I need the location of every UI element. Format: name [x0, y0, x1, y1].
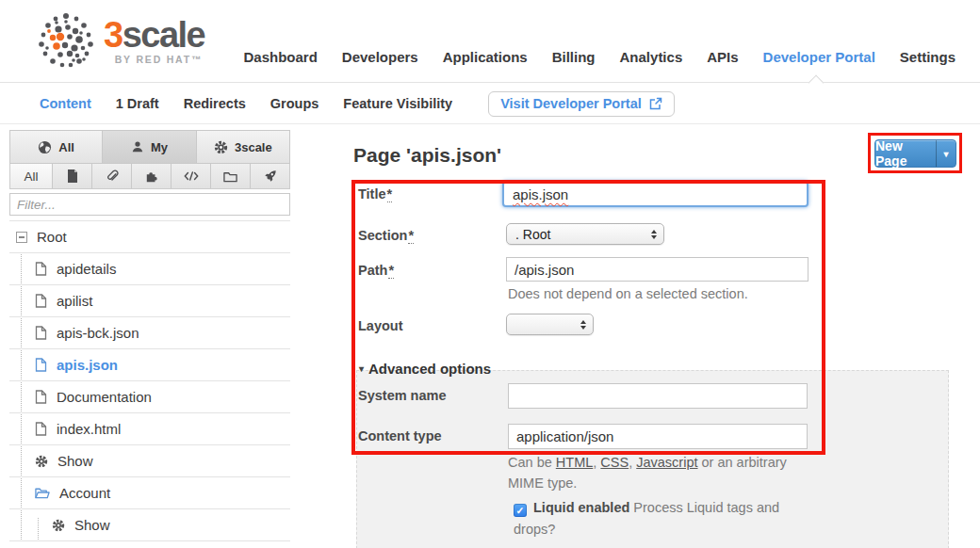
file-icon [35, 326, 47, 340]
tree-item-documentation[interactable]: Documentation [9, 381, 290, 413]
tree-item-account[interactable]: Account [9, 477, 290, 509]
scope-tab-3scale-label: 3scale [235, 140, 272, 154]
subnav-feature-visibility[interactable]: Feature Visibility [343, 96, 452, 111]
new-page-button[interactable]: New Page ▾ [874, 139, 956, 168]
system-name-input[interactable] [508, 383, 808, 409]
nav-apis[interactable]: APIs [707, 49, 738, 65]
tree-item-label: apis.json [57, 357, 118, 373]
tree-item-index-html[interactable]: index.html [9, 413, 290, 445]
3scale-admin-screen: 3scale BY RED HAT™ Dashboard Developers … [0, 0, 980, 548]
visit-developer-portal-label: Visit Developer Portal [500, 96, 642, 111]
tree-item-apidetails[interactable]: apidetails [9, 253, 290, 285]
required-mark: * [408, 228, 414, 244]
visit-developer-portal-button[interactable]: Visit Developer Portal [488, 91, 675, 117]
type-tab-portlets[interactable] [251, 164, 289, 188]
content-type-input[interactable] [508, 424, 808, 449]
javascript-link[interactable]: Javascript [636, 455, 697, 470]
tree-item-apis-bck-json[interactable]: apis-bck.json [9, 317, 290, 349]
3scale-logo[interactable]: 3scale BY RED HAT™ [32, 7, 204, 74]
triangle-down-icon: ▾ [359, 363, 364, 374]
user-icon [131, 140, 144, 153]
css-link[interactable]: CSS [600, 455, 629, 470]
nav-settings[interactable]: Settings [900, 49, 956, 65]
nav-dashboard[interactable]: Dashboard [243, 49, 317, 65]
required-mark: * [388, 263, 394, 279]
tree-item-apis-json-selected[interactable]: apis.json [9, 349, 290, 381]
rocket-icon [264, 169, 277, 183]
header: 3scale BY RED HAT™ Dashboard Developers … [0, 0, 980, 83]
page-title: Page 'apis.json' [353, 144, 501, 167]
puzzle-icon [145, 170, 158, 183]
tree-item-label: Show [74, 517, 110, 533]
system-name-label: System name [358, 388, 447, 403]
tree-item-root[interactable]: Root [9, 221, 290, 253]
tree-item-label: Show [57, 453, 93, 469]
scope-tab-all-label: All [58, 140, 74, 154]
collapse-minus-icon[interactable] [16, 232, 27, 243]
nav-analytics[interactable]: Analytics [620, 49, 683, 65]
type-tab-all[interactable]: All [10, 164, 53, 188]
nav-developers[interactable]: Developers [342, 49, 418, 65]
type-tab-pages[interactable] [53, 164, 92, 188]
title-input[interactable]: apis.json [502, 181, 808, 207]
section-label: Section* [358, 228, 414, 243]
tree-item-account-show[interactable]: Show [9, 509, 290, 541]
layout-select[interactable] [506, 314, 594, 335]
file-icon [67, 169, 78, 183]
check-icon: ✓ [516, 505, 525, 516]
type-tab-partials[interactable] [132, 164, 172, 188]
file-icon [35, 262, 47, 276]
filter-input[interactable] [9, 193, 290, 216]
code-icon [184, 170, 199, 182]
paperclip-icon [106, 169, 119, 183]
select-stepper-icon [651, 230, 657, 239]
subnav-drafts[interactable]: 1 Draft [116, 96, 159, 111]
gear-icon [52, 519, 65, 532]
advanced-options-toggle[interactable]: ▾ Advanced options [359, 361, 491, 377]
section-select[interactable]: . Root [506, 223, 664, 245]
tree-item-label: apilist [57, 293, 92, 309]
file-icon [35, 422, 47, 436]
html-link[interactable]: HTML [556, 455, 593, 470]
liquid-enabled-checkbox[interactable]: ✓ [514, 504, 527, 517]
caret-down-icon: ▾ [943, 149, 948, 159]
title-input-value: apis.json [513, 186, 568, 202]
logo-text: 3scale BY RED HAT™ [104, 17, 204, 65]
globe-icon [38, 140, 52, 154]
tree-item-label: apis-bck.json [57, 325, 139, 341]
nav-developer-portal[interactable]: Developer Portal [763, 49, 875, 65]
scope-tabs: All My 3scale [9, 130, 290, 164]
nav-billing[interactable]: Billing [552, 49, 596, 65]
content-sidebar: All My 3scale All [9, 130, 290, 541]
new-page-dropdown-toggle[interactable]: ▾ [936, 140, 956, 167]
tree-item-apilist[interactable]: apilist [9, 285, 290, 317]
path-input[interactable] [506, 257, 808, 282]
subnav-redirects[interactable]: Redirects [184, 96, 246, 111]
file-icon [35, 358, 47, 372]
required-mark: * [387, 186, 393, 202]
tree-item-show[interactable]: Show [9, 445, 290, 477]
nav-applications[interactable]: Applications [443, 49, 528, 65]
gear-icon [214, 140, 228, 154]
scope-tab-all[interactable]: All [9, 130, 103, 164]
section-select-value: . Root [515, 227, 550, 242]
type-tab-code[interactable] [172, 164, 211, 188]
subnav-groups[interactable]: Groups [270, 96, 319, 111]
scope-tab-3scale[interactable]: 3scale [197, 130, 290, 164]
type-tab-attachments[interactable] [92, 164, 132, 188]
scope-tab-my-label: My [151, 140, 168, 154]
type-tab-sections[interactable] [211, 164, 251, 188]
developer-portal-subnav: Content 1 Draft Redirects Groups Feature… [0, 84, 980, 124]
new-page-button-label[interactable]: New Page [875, 140, 936, 167]
tree-item-label: Root [37, 229, 67, 245]
file-icon [35, 294, 47, 308]
title-label: Title* [358, 186, 392, 201]
tree-item-label: index.html [57, 421, 121, 437]
select-stepper-icon [580, 320, 586, 330]
path-hint: Does not depend on a selected section. [508, 284, 748, 305]
type-tab-all-label: All [24, 169, 38, 184]
subnav-content[interactable]: Content [40, 96, 91, 111]
content-type-label: Content type [358, 428, 442, 443]
gear-icon [35, 455, 48, 468]
scope-tab-my[interactable]: My [103, 130, 196, 164]
